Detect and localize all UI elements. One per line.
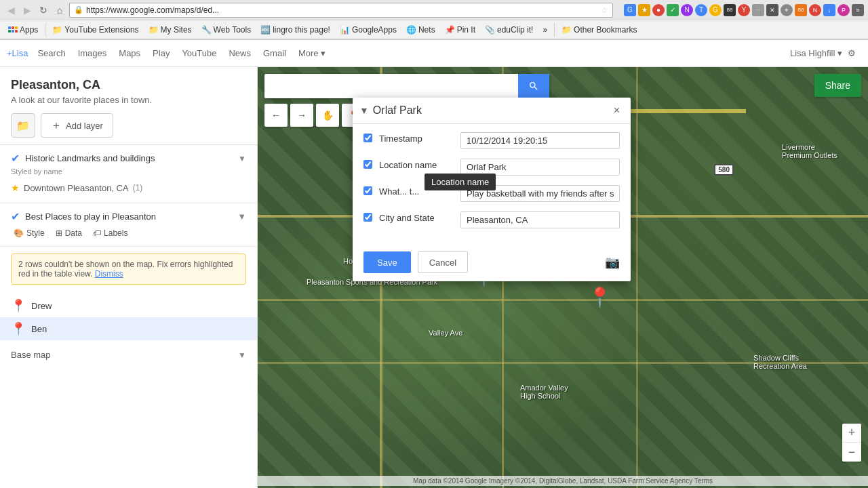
extension-icon-2[interactable]: ★ — [638, 4, 650, 16]
base-map-section: Base map ▼ — [0, 343, 257, 367]
zoom-out-button[interactable]: − — [842, 443, 861, 462]
road-v-3 — [636, 67, 638, 488]
base-map-chevron[interactable]: ▼ — [238, 350, 246, 360]
labels-tool-button[interactable]: 🏷 Labels — [90, 227, 130, 239]
timestamp-input[interactable] — [460, 132, 620, 149]
extension-icon-8[interactable]: 88 — [724, 4, 736, 16]
style-tool-button[interactable]: 🎨 Style — [11, 227, 47, 239]
place-name-ben: Ben — [31, 324, 47, 334]
home-button[interactable]: ⌂ — [53, 3, 66, 17]
extension-icon-17[interactable]: ≡ — [852, 4, 864, 16]
folder-button[interactable]: 📁 — [11, 113, 35, 138]
extension-icon-9[interactable]: Y — [738, 4, 750, 16]
nets-label: Nets — [418, 25, 435, 35]
city-state-checkbox[interactable] — [363, 213, 372, 222]
refresh-button[interactable]: ↻ — [37, 3, 50, 17]
city-state-label: City and State — [379, 211, 454, 223]
google-nav-items: Search Images Maps Play YouTube News Gma… — [32, 45, 331, 61]
dismiss-link[interactable]: Dismiss — [95, 269, 123, 279]
pan-tool-button[interactable]: ✋ — [316, 104, 339, 127]
extension-icon-7[interactable]: G — [709, 4, 722, 16]
extension-icon-14[interactable]: N — [809, 4, 821, 16]
zoom-in-button[interactable]: + — [842, 424, 861, 443]
nav-search[interactable]: Search — [32, 45, 71, 61]
location-name-tooltip: Location name — [425, 174, 496, 190]
nav-play[interactable]: Play — [147, 45, 175, 61]
layer-chevron-2[interactable]: ▼ — [237, 211, 246, 222]
redo-tool-button[interactable]: → — [290, 104, 313, 127]
back-button[interactable]: ◀ — [4, 3, 18, 17]
location-name-checkbox[interactable] — [363, 160, 372, 169]
bookmark-youtube-ext[interactable]: 📁 YouTube Extensions — [48, 24, 142, 36]
my-sites-label: My Sites — [161, 25, 192, 35]
timestamp-checkbox[interactable] — [363, 134, 372, 142]
nav-maps[interactable]: Maps — [113, 45, 146, 61]
bookmark-other[interactable]: 📁 Other Bookmarks — [557, 24, 641, 36]
map-search-button[interactable] — [518, 74, 549, 98]
dialog-collapse-button[interactable]: ▼ — [359, 105, 369, 116]
add-layer-button[interactable]: ＋ Add layer — [41, 113, 113, 138]
sidebar-actions: 📁 ＋ Add layer — [11, 113, 246, 138]
nav-news[interactable]: News — [223, 45, 256, 61]
data-tool-button[interactable]: ⊞ Data — [53, 227, 85, 239]
bookmark-nets[interactable]: 🌐 Nets — [402, 24, 439, 36]
settings-button[interactable]: ⚙ — [842, 44, 861, 63]
bookmark-lingro[interactable]: 🔤 lingro this page! — [256, 24, 334, 36]
map-area[interactable]: 580 Hacienda Crossings Pleasanton Sports… — [258, 67, 868, 488]
educlip-label: eduClip it! — [497, 25, 533, 35]
extension-icon-16[interactable]: P — [837, 4, 850, 16]
nav-images[interactable]: Images — [73, 45, 113, 61]
sidebar-title: Pleasanton, CA — [11, 78, 246, 92]
bookmark-pin-it[interactable]: 📌 Pin It — [441, 24, 479, 36]
layer-item-downtown-count: (1) — [133, 183, 143, 192]
extension-icon-6[interactable]: T — [695, 4, 707, 16]
undo-tool-button[interactable]: ← — [264, 104, 288, 127]
map-pin-orlaf-park[interactable]: 📍 — [588, 286, 612, 308]
camera-icon[interactable]: 📷 — [605, 255, 620, 270]
edit-place-dialog: ▼ × Timestamp Location name — [353, 98, 631, 281]
forward-button[interactable]: ▶ — [20, 3, 34, 17]
bookmarks-bar: Apps 📁 YouTube Extensions 📁 My Sites 🔧 W… — [0, 20, 868, 39]
extension-icon-13[interactable]: 88 — [795, 4, 807, 16]
extension-icon-15[interactable]: ↓ — [823, 4, 835, 16]
nav-youtube[interactable]: YouTube — [176, 45, 222, 61]
dialog-cancel-button[interactable]: Cancel — [418, 251, 468, 273]
bookmark-educlip[interactable]: 📎 eduClip it! — [481, 24, 537, 36]
share-button[interactable]: Share — [814, 74, 861, 97]
browser-icons: G ★ ● ✓ N T G 88 Y ··· ✕ ⌖ 88 N ↓ P ≡ — [618, 4, 864, 16]
extension-icon-1[interactable]: G — [624, 4, 636, 16]
bookmark-more[interactable]: » — [538, 24, 551, 36]
user-account[interactable]: Lisa Highfill ▾ — [790, 48, 842, 58]
extension-icon-11[interactable]: ✕ — [766, 4, 778, 16]
what-checkbox[interactable] — [363, 186, 372, 195]
star-icon[interactable]: ☆ — [601, 5, 608, 15]
bookmark-my-sites[interactable]: 📁 My Sites — [144, 24, 196, 36]
dialog-save-button[interactable]: Save — [363, 251, 411, 273]
nav-gmail[interactable]: Gmail — [258, 45, 292, 61]
layer-check-2[interactable]: ✔ — [11, 210, 20, 223]
dialog-row-location-name: Location name Location name — [363, 159, 620, 176]
extension-icon-3[interactable]: ● — [652, 4, 665, 16]
place-item-ben[interactable]: 📍 Ben — [0, 317, 257, 340]
map-attribution: Map data ©2014 Google Imagery ©2014, Dig… — [258, 476, 868, 486]
bookmark-google-apps[interactable]: 📊 GoogleApps — [336, 24, 401, 36]
city-state-input[interactable] — [460, 211, 620, 228]
nav-more[interactable]: More ▾ — [293, 45, 331, 61]
bookmarks-apps[interactable]: Apps — [4, 24, 42, 36]
layer-check-1[interactable]: ✔ — [11, 152, 20, 165]
address-bar[interactable]: 🔒 https://www.google.com/maps/d/ed... ☆ — [69, 3, 613, 18]
dialog-title-input[interactable] — [373, 104, 606, 117]
dialog-close-button[interactable]: × — [610, 103, 624, 118]
extension-icon-4[interactable]: ✓ — [667, 4, 679, 16]
error-text: 2 rows couldn't be shown on the map. Fix… — [18, 260, 233, 279]
extension-icon-5[interactable]: N — [681, 4, 693, 16]
layer-chevron-1[interactable]: ▼ — [238, 154, 246, 163]
extension-icon-10[interactable]: ··· — [752, 4, 764, 16]
map-search-input[interactable] — [264, 81, 518, 92]
place-item-drew[interactable]: 📍 Drew — [0, 294, 257, 317]
bookmark-web-tools[interactable]: 🔧 Web Tools — [197, 24, 256, 36]
extension-icon-12[interactable]: ⌖ — [781, 4, 793, 16]
google-plus-link[interactable]: +Lisa — [7, 48, 28, 58]
layer-item-downtown-name: Downtown Pleasanton, CA — [24, 183, 129, 193]
web-tools-label: Web Tools — [214, 25, 252, 35]
